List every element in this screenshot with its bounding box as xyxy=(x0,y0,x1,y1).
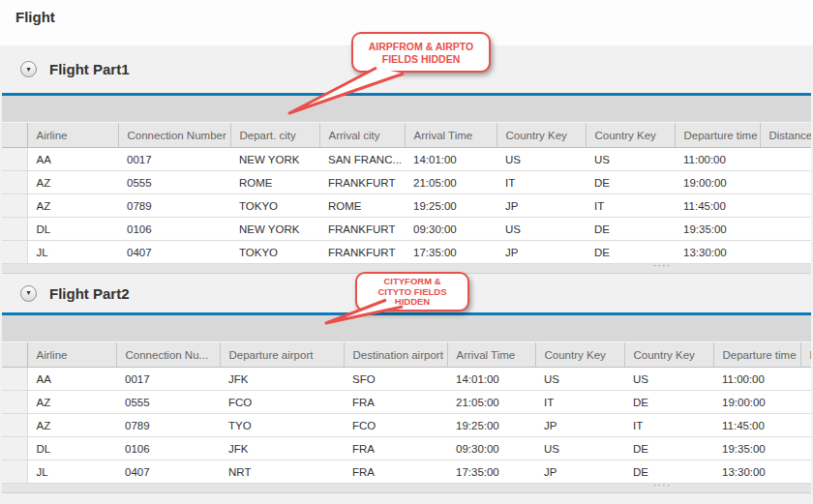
panel-flight-part1: ▾ Flight Part1 AirlineConnection NumberD… xyxy=(0,45,813,274)
table-toolbar-strip xyxy=(2,96,811,122)
table-cell xyxy=(800,460,811,484)
table-cell: JP xyxy=(535,414,624,437)
table-cell: TOKYO xyxy=(230,194,319,218)
table-cell xyxy=(760,148,811,171)
callout-line: AIRPFROM & AIRPTO xyxy=(355,41,487,53)
row-selector-cell[interactable] xyxy=(2,194,27,218)
column-header[interactable]: Distance xyxy=(800,342,811,368)
table-cell: 14:01:00 xyxy=(447,368,535,391)
table-cell: 0106 xyxy=(116,437,220,460)
table-cell: DE xyxy=(624,391,713,414)
table-cell: JP xyxy=(535,460,624,484)
table-cell: US xyxy=(535,437,624,460)
row-selector-cell[interactable] xyxy=(2,414,27,437)
table-cell: FRANKFURT xyxy=(319,171,405,194)
column-header[interactable]: Arrival Time xyxy=(405,123,497,148)
table-cell: NEW YORK xyxy=(230,218,319,241)
select-all-cell[interactable] xyxy=(2,123,27,148)
column-header[interactable]: Country Key xyxy=(535,342,624,368)
collapse-toggle-button[interactable]: ▾ xyxy=(20,285,37,302)
table-cell: IT xyxy=(535,391,624,414)
table-cell: DL xyxy=(27,218,118,241)
table-resize-grip[interactable]: ···· xyxy=(653,260,672,271)
table-cell: IT xyxy=(586,194,675,218)
table-cell: JFK xyxy=(220,437,344,460)
row-selector-cell[interactable] xyxy=(2,391,27,414)
table-row: AZ0789TOKYOROME19:25:00JPIT11:45:00 xyxy=(2,194,811,218)
row-selector-cell[interactable] xyxy=(2,241,27,264)
row-selector-cell[interactable] xyxy=(2,171,27,194)
column-header[interactable]: Departure time xyxy=(713,342,800,368)
table-cell: JP xyxy=(497,241,586,264)
column-header[interactable]: Arrival city xyxy=(319,123,405,148)
table-cell: 09:30:00 xyxy=(447,437,535,460)
row-selector-cell[interactable] xyxy=(2,218,27,241)
table-cell: US xyxy=(497,148,586,171)
table-cell: 19:00:00 xyxy=(713,391,800,414)
table-cell: US xyxy=(535,368,624,391)
table-cell: 0017 xyxy=(118,148,230,171)
table-cell: 19:25:00 xyxy=(405,194,497,218)
table-cell: 19:25:00 xyxy=(447,414,535,437)
collapse-toggle-button[interactable]: ▾ xyxy=(20,61,37,77)
table-cell: 11:00:00 xyxy=(675,148,760,171)
column-header[interactable]: Destination airport xyxy=(344,342,447,368)
table-resize-grip[interactable]: ···· xyxy=(653,480,672,490)
table-cell: ROME xyxy=(319,194,405,218)
row-selector-cell[interactable] xyxy=(2,437,27,460)
column-header-row: AirlineConnection NumberDepart. cityArri… xyxy=(2,123,811,148)
table-cell: AZ xyxy=(27,391,116,414)
column-header[interactable]: Country Key xyxy=(497,123,586,148)
row-selector-cell[interactable] xyxy=(2,368,27,391)
table-cell: 0555 xyxy=(116,391,220,414)
column-header[interactable]: Arrival Time xyxy=(447,342,535,368)
column-header[interactable]: Departure airport xyxy=(220,342,344,368)
table-cell: AZ xyxy=(27,414,116,437)
table-cell: 13:30:00 xyxy=(713,460,800,484)
column-header[interactable]: Depart. city xyxy=(230,123,319,148)
table-cell: TYO xyxy=(220,414,344,437)
column-header[interactable]: Connection Nu... xyxy=(116,342,220,368)
table-row: AA0017NEW YORKSAN FRANC...14:01:00USUS11… xyxy=(2,148,811,171)
column-header[interactable]: Country Key xyxy=(624,342,713,368)
flights-table-part2: AirlineConnection Nu...Departure airport… xyxy=(2,341,811,484)
column-header[interactable]: Connection Number xyxy=(118,123,230,148)
table-cell: 0106 xyxy=(118,218,230,241)
select-all-cell[interactable] xyxy=(2,342,27,368)
flights-table-part1: AirlineConnection NumberDepart. cityArri… xyxy=(2,122,811,264)
panel-title: Flight Part2 xyxy=(49,285,130,302)
table-cell: 0555 xyxy=(118,171,230,194)
table-cell: JP xyxy=(497,194,586,218)
callout-line: FIELDS HIDDEN xyxy=(355,53,487,66)
column-header[interactable]: Departure time xyxy=(675,123,760,148)
callout-airpfrom-airpto-hidden: AIRPFROM & AIRPTOFIELDS HIDDEN xyxy=(351,32,491,73)
table-cell: 17:35:00 xyxy=(447,460,535,484)
table-cell xyxy=(760,241,811,264)
table-row: AA0017JFKSFO14:01:00USUS11:00:00 xyxy=(2,368,811,391)
table-cell xyxy=(800,368,811,391)
table-cell xyxy=(800,414,811,437)
table-cell: FRA xyxy=(344,391,447,414)
table-cell: FCO xyxy=(220,391,344,414)
chevron-down-icon: ▾ xyxy=(26,66,30,74)
column-header[interactable]: Distance xyxy=(760,123,811,148)
table-cell: FRA xyxy=(344,437,447,460)
panel-title: Flight Part1 xyxy=(49,61,130,77)
table-row: AZ0789TYOFCO19:25:00JPIT11:45:00 xyxy=(2,414,811,437)
column-header[interactable]: Airline xyxy=(27,342,116,368)
table-cell: 19:00:00 xyxy=(675,171,760,194)
row-selector-cell[interactable] xyxy=(2,148,27,171)
table-row: DL0106JFKFRA09:30:00USDE19:35:00 xyxy=(2,437,811,460)
table-cell: FRA xyxy=(344,460,447,484)
table-cell: 19:35:00 xyxy=(675,218,760,241)
column-header[interactable]: Country Key xyxy=(586,123,675,148)
row-selector-cell[interactable] xyxy=(2,460,27,484)
table-cell: 09:30:00 xyxy=(405,218,497,241)
column-header[interactable]: Airline xyxy=(27,123,118,148)
table-cell: DE xyxy=(586,218,675,241)
table-cell: FRANKFURT xyxy=(319,241,405,264)
table-cell: 0017 xyxy=(116,368,220,391)
table-cell xyxy=(760,194,811,218)
chevron-down-icon: ▾ xyxy=(26,289,30,297)
table-cell: SAN FRANC... xyxy=(319,148,405,171)
